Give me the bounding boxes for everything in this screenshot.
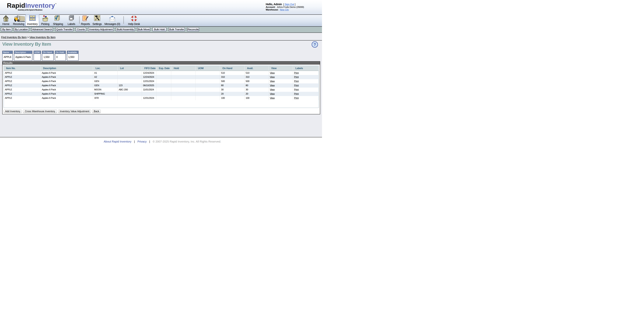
svg-text:?: ? — [314, 43, 316, 47]
